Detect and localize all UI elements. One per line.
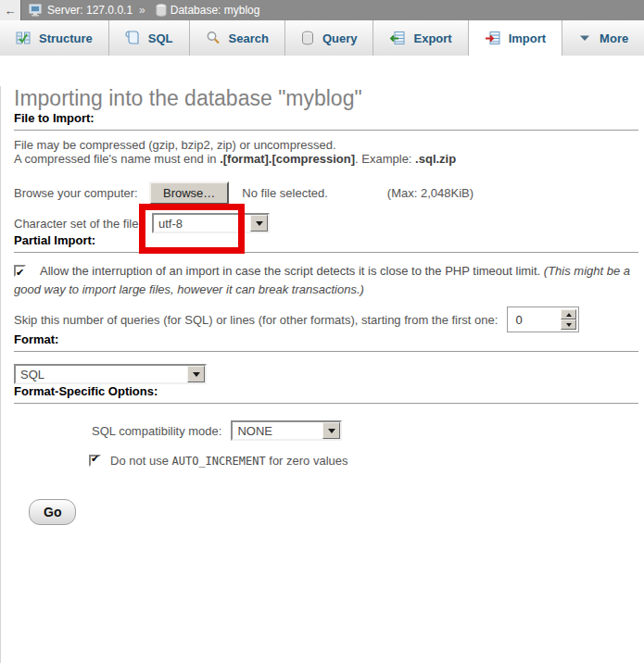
file-import-description: File may be compressed (gzip, bzip2, zip…: [14, 138, 638, 166]
skip-queries-input[interactable]: 0: [507, 306, 579, 332]
sql-compat-select[interactable]: NONE: [231, 420, 342, 441]
allow-interrupt-checkbox[interactable]: [14, 265, 26, 277]
tab-structure[interactable]: Structure: [0, 20, 109, 56]
tab-label: Query: [322, 31, 358, 45]
charset-row: Character set of the file: utf-8: [14, 213, 638, 233]
tab-label: SQL: [148, 31, 173, 45]
spinner-controls: [561, 309, 576, 330]
allow-interrupt-option: Allow the interruption of an import in c…: [14, 262, 633, 299]
format-options-heading: Format-Specific Options:: [14, 384, 638, 404]
breadcrumb-server[interactable]: Server: 127.0.0.1: [47, 4, 133, 17]
structure-icon: [16, 31, 31, 45]
sql-compat-value: NONE: [233, 424, 322, 438]
tab-label: Import: [509, 31, 546, 45]
browse-label: Browse your computer:: [14, 186, 149, 200]
partial-import-heading: Partial Import:: [14, 233, 638, 253]
skip-queries-value: 0: [510, 309, 561, 330]
tab-bar: Structure SQL Search Query Export: [0, 20, 644, 56]
spin-down-button[interactable]: [561, 319, 576, 330]
tab-query[interactable]: Query: [285, 20, 374, 56]
auto-increment-prefix: Do not use: [110, 454, 172, 468]
format-select[interactable]: SQL: [14, 364, 207, 384]
auto-increment-label: Do not use AUTO_INCREMENT for zero value…: [110, 454, 348, 468]
tab-sql[interactable]: SQL: [109, 20, 190, 56]
chevron-down-icon: [250, 215, 268, 231]
chevron-down-icon: [187, 366, 205, 382]
sql-icon: [125, 31, 140, 45]
format-heading: Format:: [14, 332, 638, 352]
import-icon: [485, 31, 500, 45]
tab-label: Search: [229, 31, 269, 45]
tab-export[interactable]: Export: [373, 20, 468, 56]
charset-select[interactable]: utf-8: [152, 213, 270, 233]
database-icon: [156, 4, 167, 17]
chevron-down-icon: [322, 422, 340, 439]
file-to-import-heading: File to Import:: [14, 111, 638, 131]
allow-interrupt-text: Allow the interruption of an import in c…: [40, 264, 544, 278]
breadcrumb-bar: ← Server: 127.0.0.1 » Database: myblog: [0, 0, 644, 20]
breadcrumb-separator: »: [139, 4, 145, 17]
max-upload-size: (Max: 2,048KiB): [387, 186, 474, 200]
back-arrow-icon: ←: [5, 4, 17, 18]
server-icon: [29, 4, 44, 17]
compression-note: File may be compressed (gzip, bzip2, zip…: [14, 138, 336, 152]
format-select-value: SQL: [16, 368, 187, 382]
filename-format: .[format].[compression]: [220, 152, 355, 166]
back-button[interactable]: ←: [0, 0, 21, 20]
tab-import[interactable]: Import: [469, 20, 562, 56]
tab-label: Export: [413, 31, 451, 45]
breadcrumb-database[interactable]: Database: myblog: [170, 4, 260, 17]
no-file-selected-text: No file selected.: [242, 186, 328, 200]
skip-queries-row: Skip this number of queries (for SQL) or…: [14, 306, 638, 332]
go-button[interactable]: Go: [29, 499, 76, 525]
tab-label: Structure: [39, 31, 93, 45]
query-icon: [301, 31, 314, 45]
auto-increment-code: AUTO_INCREMENT: [172, 455, 266, 468]
main-content: Importing into the database "myblog" Fil…: [0, 86, 644, 663]
filename-example: .sql.zip: [415, 152, 456, 166]
page-title: Importing into the database "myblog": [14, 86, 638, 111]
sql-compat-label: SQL compatibility mode:: [92, 424, 221, 438]
export-icon: [389, 31, 405, 45]
charset-select-value: utf-8: [154, 217, 250, 231]
tab-label: More: [600, 31, 628, 45]
auto-increment-row: Do not use AUTO_INCREMENT for zero value…: [89, 454, 638, 468]
filename-note-prefix: A compressed file's name must end in: [14, 152, 220, 166]
auto-increment-checkbox[interactable]: [89, 455, 101, 467]
skip-queries-label: Skip this number of queries (for SQL) or…: [14, 313, 498, 327]
browse-row: Browse your computer: Browse… No file se…: [14, 181, 638, 205]
browse-button[interactable]: Browse…: [149, 181, 229, 205]
chevron-down-icon: [578, 31, 591, 45]
sql-compat-row: SQL compatibility mode: NONE: [92, 420, 638, 441]
spin-up-button[interactable]: [561, 309, 576, 319]
tab-more[interactable]: More: [562, 20, 644, 56]
auto-increment-suffix: for zero values: [266, 454, 348, 468]
search-icon: [206, 31, 221, 45]
charset-label: Character set of the file:: [14, 217, 152, 231]
filename-note-mid: . Example:: [355, 152, 415, 166]
tab-search[interactable]: Search: [190, 20, 285, 56]
